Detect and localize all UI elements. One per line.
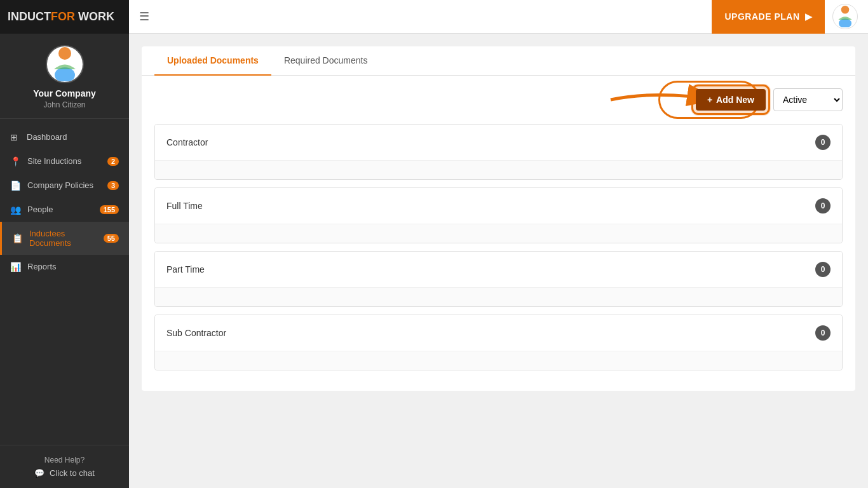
main-area: ☰ UPGRADE PLAN ▶ Uploaded DocumentsRequi… <box>129 0 868 488</box>
doc-group-header[interactable]: Contractor0 <box>155 125 842 160</box>
status-select[interactable]: ActiveInactiveAll <box>773 88 843 111</box>
sidebar-item-site-inductions[interactable]: 📍Site Inductions2 <box>0 149 129 173</box>
doc-count-badge: 0 <box>815 198 831 214</box>
doc-group-body <box>155 351 842 370</box>
badge-site-inductions: 2 <box>107 157 119 166</box>
hamburger-icon[interactable]: ☰ <box>139 10 149 24</box>
doc-group-header[interactable]: Sub Contractor0 <box>155 315 842 351</box>
doc-group-name: Contractor <box>166 137 208 147</box>
sidebar-item-reports[interactable]: 📊Reports <box>0 255 129 279</box>
site-inductions-icon: 📍 <box>10 156 21 166</box>
doc-group-name: Full Time <box>166 201 203 211</box>
doc-group: Full Time0 <box>154 187 843 243</box>
doc-group-body <box>155 287 842 306</box>
company-logo-top <box>832 4 858 29</box>
document-section: + Add New ActiveInactiveAll Contractor0F… <box>142 76 855 391</box>
svg-point-4 <box>841 6 850 14</box>
badge-company-policies: 3 <box>107 181 119 190</box>
sidebar-item-label-reports: Reports <box>27 262 119 271</box>
sidebar-item-dashboard[interactable]: ⊞Dashboard <box>0 125 129 149</box>
sidebar-item-company-policies[interactable]: 📄Company Policies3 <box>0 173 129 198</box>
doc-group: Contractor0 <box>154 124 843 180</box>
badge-people: 155 <box>100 205 119 214</box>
topbar-right: UPGRADE PLAN ▶ <box>712 0 858 34</box>
avatar <box>46 45 84 83</box>
user-name: John Citizen <box>43 100 85 109</box>
topbar: ☰ UPGRADE PLAN ▶ <box>129 0 868 34</box>
doc-group: Part Time0 <box>154 251 843 307</box>
nav-menu: ⊞Dashboard📍Site Inductions2📄Company Poli… <box>0 119 129 445</box>
sidebar-footer: Need Help? 💬 Click to chat <box>0 445 129 488</box>
company-name: Your Company <box>33 88 96 99</box>
chat-button[interactable]: 💬 Click to chat <box>10 468 119 478</box>
doc-group: Sub Contractor0 <box>154 315 843 370</box>
logo-area: INDUCTFOR WORK <box>0 0 129 34</box>
badge-inductees-documents: 55 <box>104 234 119 243</box>
plus-icon: + <box>707 95 712 105</box>
sidebar: INDUCTFOR WORK Your Company John Citizen… <box>0 0 129 488</box>
svg-point-1 <box>58 47 71 60</box>
tab-uploaded[interactable]: Uploaded Documents <box>154 46 271 76</box>
upgrade-plan-button[interactable]: UPGRADE PLAN ▶ <box>712 0 825 34</box>
doc-group-body <box>155 224 842 243</box>
sidebar-item-label-inductees-documents: Inductees Documents <box>29 229 97 248</box>
chat-label: Click to chat <box>50 468 95 478</box>
upgrade-label: UPGRADE PLAN <box>724 11 799 22</box>
chat-icon: 💬 <box>34 468 44 478</box>
reports-icon: 📊 <box>10 262 21 272</box>
doc-count-badge: 0 <box>815 135 831 150</box>
logo: INDUCTFOR WORK <box>8 10 114 24</box>
doc-group-body <box>155 160 842 179</box>
doc-group-header[interactable]: Full Time0 <box>155 188 842 224</box>
add-new-button[interactable]: + Add New <box>696 89 766 111</box>
doc-count-badge: 0 <box>815 262 831 277</box>
upgrade-icon: ▶ <box>805 11 813 22</box>
tabs: Uploaded DocumentsRequired Documents <box>142 46 855 76</box>
sidebar-item-label-dashboard: Dashboard <box>27 132 119 142</box>
add-new-label: Add New <box>716 95 754 105</box>
company-policies-icon: 📄 <box>10 180 21 191</box>
profile-area: Your Company John Citizen <box>0 34 129 119</box>
need-help-label: Need Help? <box>10 456 119 464</box>
sidebar-item-inductees-documents[interactable]: 📋Inductees Documents55 <box>0 222 129 255</box>
content-area: Uploaded DocumentsRequired Documents + <box>129 34 868 488</box>
doc-group-header[interactable]: Part Time0 <box>155 252 842 287</box>
sidebar-item-label-company-policies: Company Policies <box>27 180 101 190</box>
sidebar-item-label-site-inductions: Site Inductions <box>27 156 101 166</box>
inductees-documents-icon: 📋 <box>12 233 23 243</box>
action-bar: + Add New ActiveInactiveAll <box>154 88 843 111</box>
tab-required[interactable]: Required Documents <box>271 46 381 76</box>
document-groups: Contractor0Full Time0Part Time0Sub Contr… <box>154 124 843 370</box>
doc-count-badge: 0 <box>815 325 831 341</box>
people-icon: 👥 <box>10 205 21 215</box>
doc-group-name: Part Time <box>166 264 205 274</box>
doc-group-name: Sub Contractor <box>166 328 226 338</box>
sidebar-item-label-people: People <box>27 205 93 214</box>
dashboard-icon: ⊞ <box>10 132 20 142</box>
sidebar-item-people[interactable]: 👥People155 <box>0 198 129 222</box>
